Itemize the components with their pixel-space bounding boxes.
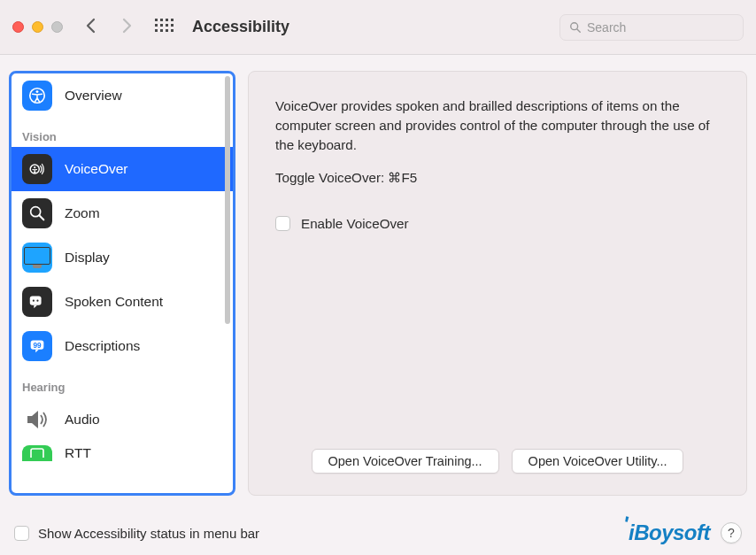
sidebar-item-rtt[interactable]: RTT	[12, 442, 233, 463]
svg-point-9	[33, 300, 35, 302]
enable-voiceover-label: Enable VoiceOver	[301, 216, 409, 231]
sidebar-item-overview[interactable]: Overview	[12, 73, 233, 118]
voiceover-description: VoiceOver provides spoken and brailled d…	[275, 96, 720, 156]
sidebar-item-label: Zoom	[65, 205, 100, 221]
svg-point-3	[36, 90, 39, 93]
svg-text:99: 99	[33, 342, 42, 350]
window-controls	[12, 21, 63, 33]
sidebar-item-label: RTT	[65, 445, 91, 461]
sidebar: Overview Vision VoiceOver Zoom	[9, 71, 235, 496]
voiceover-icon	[22, 154, 52, 184]
iboysoft-logo: 'iBoysoft	[623, 520, 710, 545]
accessibility-icon	[22, 81, 52, 111]
menubar-status-label: Show Accessibility status in menu bar	[38, 526, 259, 541]
sidebar-item-display[interactable]: Display	[12, 235, 233, 280]
svg-point-5	[34, 166, 35, 168]
enable-voiceover-checkbox[interactable]	[275, 216, 290, 231]
show-all-prefs-icon[interactable]	[155, 19, 173, 36]
spoken-content-icon	[22, 287, 52, 317]
zoom-icon	[22, 198, 52, 228]
audio-icon	[22, 405, 52, 435]
sidebar-item-label: Overview	[65, 88, 122, 104]
help-button[interactable]: ?	[721, 522, 742, 543]
toolbar: Accessibility	[0, 0, 756, 55]
content-pane: VoiceOver provides spoken and brailled d…	[248, 71, 747, 496]
scrollbar[interactable]	[225, 76, 230, 324]
display-icon	[22, 243, 52, 273]
sidebar-item-label: VoiceOver	[65, 161, 128, 177]
sidebar-item-voiceover[interactable]: VoiceOver	[12, 147, 233, 191]
sidebar-item-label: Spoken Content	[65, 294, 163, 310]
search-input[interactable]	[587, 20, 734, 35]
toggle-shortcut-text: Toggle VoiceOver: ⌘F5	[275, 170, 720, 186]
open-voiceover-utility-button[interactable]: Open VoiceOver Utility...	[512, 449, 684, 474]
search-field[interactable]	[559, 14, 744, 41]
maximize-button[interactable]	[51, 21, 63, 33]
nav-arrows	[86, 16, 132, 39]
svg-line-7	[39, 215, 43, 220]
sidebar-item-label: Audio	[65, 412, 100, 428]
svg-line-1	[577, 28, 580, 31]
svg-rect-8	[30, 297, 42, 305]
sidebar-item-label: Descriptions	[65, 338, 140, 354]
sidebar-section-hearing: Hearing	[12, 368, 233, 397]
open-voiceover-training-button[interactable]: Open VoiceOver Training...	[312, 449, 499, 474]
close-button[interactable]	[12, 21, 24, 33]
sidebar-item-zoom[interactable]: Zoom	[12, 191, 233, 235]
sidebar-item-audio[interactable]: Audio	[12, 397, 233, 442]
menubar-status-checkbox[interactable]	[14, 526, 29, 541]
window-title: Accessibility	[192, 18, 289, 36]
sidebar-section-vision: Vision	[12, 118, 233, 147]
sidebar-item-label: Display	[65, 250, 110, 266]
footer: Show Accessibility status in menu bar 'i…	[0, 511, 756, 555]
search-icon	[569, 21, 582, 34]
minimize-button[interactable]	[32, 21, 43, 33]
forward-button[interactable]	[121, 16, 132, 39]
svg-point-10	[36, 300, 38, 302]
sidebar-item-descriptions[interactable]: 99 Descriptions	[12, 324, 233, 368]
rtt-icon	[22, 445, 52, 461]
descriptions-icon: 99	[22, 331, 52, 361]
back-button[interactable]	[86, 16, 96, 39]
sidebar-item-spoken-content[interactable]: Spoken Content	[12, 280, 233, 324]
